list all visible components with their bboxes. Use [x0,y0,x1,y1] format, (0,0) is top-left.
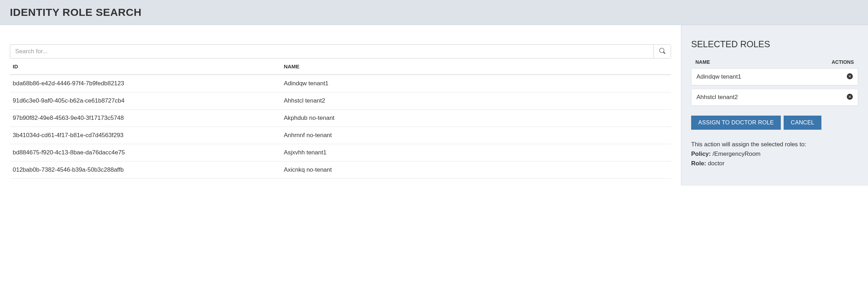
cancel-button[interactable]: CANCEL [784,116,821,130]
info-role-value: doctor [706,160,725,167]
cell-id: bda68b86-e42d-4446-97f4-7b9fedb82123 [10,75,281,92]
search-icon [659,48,665,55]
search-input[interactable] [10,44,653,59]
action-buttons: ASSIGN TO DOCTOR ROLE CANCEL [691,116,858,130]
selected-item-name: Adindqw tenant1 [696,73,741,80]
page-header: IDENTITY ROLE SEARCH [0,0,868,25]
table-row[interactable]: bda68b86-e42d-4446-97f4-7b9fedb82123Adin… [10,75,671,92]
selected-item: Adindqw tenant1 [691,68,858,85]
cell-id: 3b41034d-cd61-4f17-b81e-cd7d4563f293 [10,127,281,144]
cell-name: Ahhstcl tenant2 [281,92,671,110]
info-lead: This action will assign the selected rol… [691,140,858,149]
table-row[interactable]: 012bab0b-7382-4546-b39a-50b3c288affbAxic… [10,161,671,179]
close-icon [847,73,853,80]
assign-info: This action will assign the selected rol… [691,140,858,168]
close-icon [847,94,853,101]
cell-id: bd884675-f920-4c13-8bae-da76dacc4e75 [10,144,281,161]
table-row[interactable]: bd884675-f920-4c13-8bae-da76dacc4e75Asjx… [10,144,671,161]
cell-id: 97b90f82-49e8-4563-9e40-3f17173c5748 [10,110,281,127]
assign-button[interactable]: ASSIGN TO DOCTOR ROLE [691,116,781,130]
cell-name: Axicnkq no-tenant [281,161,671,179]
selected-col-name: NAME [695,59,710,65]
cell-name: Asjxvhh tenant1 [281,144,671,161]
info-role: Role: doctor [691,159,858,168]
remove-button[interactable] [847,73,853,80]
table-row[interactable]: 3b41034d-cd61-4f17-b81e-cd7d4563f293Anhr… [10,127,671,144]
roles-table: ID NAME bda68b86-e42d-4446-97f4-7b9fedb8… [10,59,671,179]
cell-name: Akphdub no-tenant [281,110,671,127]
col-header-id: ID [10,59,281,75]
info-role-label: Role: [691,160,706,167]
search-panel: ID NAME bda68b86-e42d-4446-97f4-7b9fedb8… [0,25,681,186]
info-policy: Policy: /EmergencyRoom [691,149,858,159]
selected-header-row: NAME ACTIONS [691,56,858,68]
selected-title: SELECTED ROLES [691,39,858,49]
info-policy-value: /EmergencyRoom [711,151,761,157]
search-group [10,44,671,59]
selected-col-actions: ACTIONS [832,59,854,65]
selected-item-name: Ahhstcl tenant2 [696,94,738,101]
page-title: IDENTITY ROLE SEARCH [10,6,858,18]
cell-id: 012bab0b-7382-4546-b39a-50b3c288affb [10,161,281,179]
cell-name: Anhrnnf no-tenant [281,127,671,144]
cell-name: Adindqw tenant1 [281,75,671,92]
col-header-name: NAME [281,59,671,75]
table-row[interactable]: 97b90f82-49e8-4563-9e40-3f17173c5748Akph… [10,110,671,127]
table-row[interactable]: 91d6c3e0-9af0-405c-b62a-ce61b8727cb4Ahhs… [10,92,671,110]
selected-item: Ahhstcl tenant2 [691,89,858,106]
info-policy-label: Policy: [691,151,711,157]
remove-button[interactable] [847,94,853,101]
selected-panel: SELECTED ROLES NAME ACTIONS Adindqw tena… [681,25,868,186]
search-button[interactable] [653,44,671,59]
cell-id: 91d6c3e0-9af0-405c-b62a-ce61b8727cb4 [10,92,281,110]
